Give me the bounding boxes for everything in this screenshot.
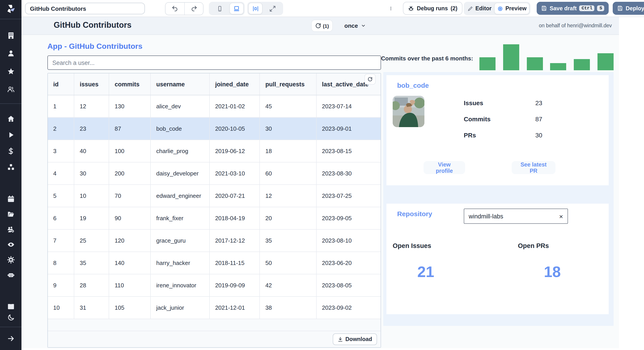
schedule-dropdown[interactable]: once	[342, 20, 369, 32]
undo-icon	[172, 5, 178, 12]
table-cell: 7	[48, 229, 74, 252]
more-options-button[interactable]	[386, 3, 396, 14]
debug-runs-button[interactable]: Debug runs (2)	[403, 2, 462, 15]
book-icon[interactable]	[7, 302, 15, 310]
laptop-icon	[233, 5, 240, 12]
windmill-logo-icon[interactable]	[6, 4, 16, 14]
repository-input[interactable]	[464, 213, 557, 220]
table-row[interactable]: 835140harry_hacker2018-11-15502023-06-20	[48, 252, 380, 274]
table-cell: 1	[48, 95, 74, 118]
open-prs-label: Open PRs	[518, 242, 549, 249]
app-refresh-button[interactable]: (1)	[311, 20, 333, 32]
see-latest-pr-button[interactable]: See latest PR	[512, 161, 556, 174]
table-row-selected[interactable]: 22387bob_code2020-10-05302023-09-01	[48, 118, 380, 140]
column-header-commits[interactable]: commits	[109, 73, 151, 95]
table-row[interactable]: 340100charlie_prog2019-06-12182023-08-15	[48, 140, 380, 162]
sidebar-divider	[0, 19, 22, 19]
deploy-button[interactable]: Deploy	[613, 2, 644, 15]
table-cell: 3	[48, 140, 74, 162]
undo-button[interactable]	[166, 3, 184, 15]
table-cell: 2023-09-01	[316, 118, 380, 140]
stat-label: PRs	[464, 132, 535, 139]
table-cell: 110	[109, 274, 151, 296]
star-icon[interactable]	[7, 67, 15, 75]
column-header-username[interactable]: username	[151, 73, 210, 95]
table-row[interactable]: 61990frank_fixer2018-04-19202023-09-05	[48, 207, 380, 229]
table-refresh-button[interactable]	[364, 74, 376, 85]
table-row[interactable]: 1031105jack_junior2021-12-01382023-09-02	[48, 296, 380, 319]
fullwidth-layout-button[interactable]	[262, 3, 282, 14]
table-cell: 2023-09-05	[316, 207, 380, 229]
table-cell: irene_innovator	[151, 274, 210, 296]
table-cell: 19	[74, 207, 109, 229]
mobile-icon	[217, 5, 222, 12]
chart-bar	[598, 53, 614, 70]
save-draft-button[interactable]: Save draft Ctrl S	[537, 2, 609, 15]
eye-icon[interactable]	[7, 240, 15, 248]
play-icon[interactable]	[7, 131, 15, 139]
gear-icon[interactable]	[7, 256, 15, 264]
table-cell: bob_code	[151, 118, 210, 140]
dollar-icon[interactable]	[7, 147, 15, 155]
moon-icon[interactable]	[7, 313, 15, 321]
app-canvas: GitHub Contributors (1) once on behalf o…	[22, 17, 619, 348]
save-icon	[541, 5, 547, 11]
table-cell: charlie_prog	[151, 140, 210, 162]
chart-bar	[550, 63, 566, 70]
user-icon[interactable]	[7, 49, 15, 57]
table-row[interactable]: 51070edward_engineer2020-07-21122023-07-…	[48, 185, 380, 207]
building-icon[interactable]	[7, 31, 15, 39]
open-issues-value: 21	[399, 263, 452, 281]
column-header-pull_requests[interactable]: pull_requests	[260, 73, 316, 95]
redo-button[interactable]	[184, 3, 203, 15]
table-row[interactable]: 928110irene_innovator2019-09-09422023-08…	[48, 274, 380, 296]
table-cell: 200	[109, 162, 151, 185]
align-center-icon	[252, 5, 259, 12]
cubes-icon[interactable]	[7, 163, 15, 171]
preview-tab[interactable]: Preview	[494, 3, 530, 14]
editor-toolbar: Debug runs (2) Editor Preview Save draft…	[22, 0, 644, 17]
refresh-icon	[368, 77, 372, 82]
table-row[interactable]: 112130alice_dev2021-01-02452023-07-14	[48, 95, 380, 118]
chart-bar	[480, 57, 496, 70]
commits-bar-chart	[480, 44, 614, 70]
users-icon[interactable]	[7, 85, 15, 93]
table-cell: 2018-04-19	[210, 207, 260, 229]
user-gear-icon[interactable]	[7, 225, 15, 233]
search-input[interactable]	[48, 56, 381, 70]
robot-icon[interactable]	[7, 271, 15, 279]
view-profile-button[interactable]: View profile	[424, 161, 465, 174]
bug-icon	[408, 5, 414, 12]
table-row[interactable]: 725120grace_guru2017-12-12352023-08-10	[48, 229, 380, 252]
stat-value: 23	[535, 99, 542, 107]
table-cell: 2020-07-21	[210, 185, 260, 207]
stat-row: Issues23	[464, 95, 598, 111]
open-prs-value: 18	[526, 263, 579, 281]
user-stats: Issues23Commits87PRs30	[464, 95, 598, 143]
mobile-view-button[interactable]	[210, 3, 230, 14]
editor-tab[interactable]: Editor	[465, 3, 494, 14]
stat-label: Commits	[464, 116, 535, 123]
table-cell: 6	[48, 207, 74, 229]
avatar	[393, 96, 424, 127]
center-layout-button[interactable]	[248, 3, 262, 14]
table-cell: 35	[74, 252, 109, 274]
table-row[interactable]: 430200daisy_developer2021-03-10602023-08…	[48, 162, 380, 185]
table-cell: 40	[74, 140, 109, 162]
column-header-id[interactable]: id	[48, 73, 74, 95]
app-title-input[interactable]	[25, 3, 145, 14]
column-header-issues[interactable]: issues	[74, 73, 109, 95]
desktop-view-button[interactable]	[230, 3, 244, 14]
table-cell: frank_fixer	[151, 207, 210, 229]
download-button[interactable]: Download	[333, 333, 377, 345]
undo-redo-group	[165, 2, 204, 15]
calendar-icon[interactable]	[7, 195, 15, 203]
table-cell: 87	[109, 118, 151, 140]
arrow-right-icon[interactable]	[7, 334, 15, 342]
clear-input-button[interactable]: ×	[557, 213, 568, 220]
home-icon[interactable]	[7, 115, 15, 123]
chevron-down-icon	[361, 23, 366, 28]
folder-icon[interactable]	[7, 210, 15, 218]
table-cell: 2023-07-25	[316, 185, 380, 207]
column-header-joined_date[interactable]: joined_date	[210, 73, 260, 95]
